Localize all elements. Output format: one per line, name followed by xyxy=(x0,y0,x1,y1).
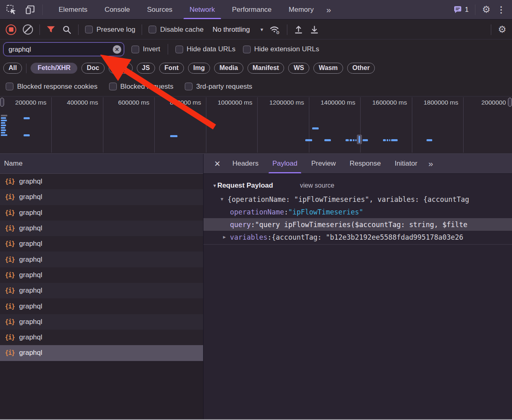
details-tab-preview[interactable]: Preview xyxy=(304,154,343,173)
filter-chip-manifest[interactable]: Manifest xyxy=(247,63,284,74)
timeline-request-bar xyxy=(363,139,368,141)
filter-chip-img[interactable]: Img xyxy=(188,63,210,74)
timeline-request-bar xyxy=(305,139,312,141)
blocked-requests-checkbox[interactable]: Blocked requests xyxy=(109,83,173,91)
preserve-log-checkbox[interactable]: Preserve log xyxy=(85,26,135,34)
issues-indicator[interactable]: 1 xyxy=(453,6,468,14)
timeline-gridline xyxy=(412,97,412,153)
triangle-right-icon[interactable]: ▶ xyxy=(223,234,226,240)
filter-chip-css[interactable]: CSS xyxy=(109,63,133,74)
network-overview-timeline[interactable]: 200000 ms400000 ms600000 ms800000 ms1000… xyxy=(0,96,512,154)
timeline-left-grip[interactable] xyxy=(0,98,4,107)
timeline-request-bar xyxy=(387,139,388,141)
details-tab-payload[interactable]: Payload xyxy=(265,154,304,173)
tab-network[interactable]: Network xyxy=(181,0,223,19)
import-har-icon[interactable] xyxy=(294,25,303,34)
more-panels-icon[interactable]: » xyxy=(322,0,335,19)
name-column-header[interactable]: Name xyxy=(0,154,203,174)
details-tab-bar: ✕ HeadersPayloadPreviewResponseInitiator… xyxy=(203,154,512,174)
timeline-tick-label: 1400000 ms xyxy=(321,99,355,106)
checkbox-label: 3rd-party requests xyxy=(196,83,252,91)
checkbox-label: Blocked requests xyxy=(120,83,173,91)
timeline-gridline xyxy=(103,97,103,153)
request-name: graphql xyxy=(19,271,42,279)
issues-count: 1 xyxy=(465,6,468,13)
device-toolbar-icon[interactable] xyxy=(24,3,37,16)
details-tab-initiator[interactable]: Initiator xyxy=(388,154,424,173)
json-request-icon: {i} xyxy=(5,318,15,326)
filter-chip-ws[interactable]: WS xyxy=(288,63,309,74)
hide-data-urls-checkbox[interactable]: Hide data URLs xyxy=(175,45,236,53)
request-row[interactable]: {i}graphql xyxy=(0,205,203,221)
filter-chip-all[interactable]: All xyxy=(3,63,22,74)
filter-input[interactable]: graphql ✕ xyxy=(3,42,124,56)
filter-toggle-icon[interactable] xyxy=(46,26,55,34)
triangle-down-icon[interactable]: ▼ xyxy=(221,197,223,202)
tab-sources[interactable]: Sources xyxy=(138,0,181,19)
disable-cache-checkbox[interactable]: Disable cache xyxy=(149,26,203,34)
payload-text-segment: variables xyxy=(230,233,267,241)
request-row[interactable]: {i}graphql xyxy=(0,174,203,189)
more-details-tabs-icon[interactable]: » xyxy=(424,154,436,173)
tab-console[interactable]: Console xyxy=(96,0,138,19)
request-row[interactable]: {i}graphql xyxy=(0,345,203,361)
timeline-request-bar xyxy=(427,139,432,141)
details-tab-response[interactable]: Response xyxy=(343,154,388,173)
tab-performance[interactable]: Performance xyxy=(223,0,280,19)
search-icon[interactable] xyxy=(62,25,72,35)
resource-type-filters: AllFetch/XHRDocCSSJSFontImgMediaManifest… xyxy=(0,59,512,77)
json-request-icon: {i} xyxy=(5,287,15,294)
request-row[interactable]: {i}graphql xyxy=(0,221,203,236)
request-name: graphql xyxy=(19,349,42,357)
network-settings-gear-icon[interactable]: ⚙ xyxy=(498,25,506,34)
request-row[interactable]: {i}graphql xyxy=(0,330,203,345)
request-row[interactable]: {i}graphql xyxy=(0,267,203,283)
payload-pane: ▼ Request Payload view source ▼{operatio… xyxy=(203,174,512,420)
throttling-select[interactable]: No throttling ▾ xyxy=(212,26,263,34)
request-row[interactable]: {i}graphql xyxy=(0,252,203,267)
filter-chip-font[interactable]: Font xyxy=(159,63,184,74)
settings-gear-icon[interactable]: ⚙ xyxy=(482,5,490,14)
network-conditions-icon[interactable]: ⚙ xyxy=(269,25,280,35)
filter-chip-media[interactable]: Media xyxy=(214,63,243,74)
record-network-log-button[interactable] xyxy=(6,24,16,35)
timeline-request-bar xyxy=(383,139,386,141)
request-payload-section-title[interactable]: ▼ Request Payload xyxy=(212,182,273,190)
close-details-icon[interactable]: ✕ xyxy=(209,154,225,173)
request-name: graphql xyxy=(19,177,42,186)
filter-chip-js[interactable]: JS xyxy=(137,63,155,74)
timeline-selected-request-bar xyxy=(359,136,360,143)
tab-memory[interactable]: Memory xyxy=(280,0,322,19)
customize-menu-icon[interactable]: ⋮ xyxy=(497,5,505,15)
tab-elements[interactable]: Elements xyxy=(50,0,96,19)
payload-tree-row[interactable]: ▶variables: {accountTag: "b12e3b2192ee55… xyxy=(203,231,512,243)
export-har-icon[interactable] xyxy=(310,25,319,34)
timeline-request-bar xyxy=(24,134,30,136)
checkbox-box xyxy=(85,26,93,33)
invert-checkbox[interactable]: Invert xyxy=(131,45,160,53)
inspect-element-icon[interactable] xyxy=(5,3,18,16)
clear-network-log-button[interactable] xyxy=(23,24,33,35)
filter-chip-fetch-xhr[interactable]: Fetch/XHR xyxy=(31,63,77,74)
timeline-right-grip[interactable] xyxy=(508,98,512,107)
payload-text-segment: : xyxy=(251,221,255,229)
view-source-link[interactable]: view source xyxy=(300,182,334,189)
filter-chip-doc[interactable]: Doc xyxy=(81,63,104,74)
request-row[interactable]: {i}graphql xyxy=(0,189,203,205)
request-row[interactable]: {i}graphql xyxy=(0,298,203,314)
request-row[interactable]: {i}graphql xyxy=(0,283,203,298)
request-row[interactable]: {i}graphql xyxy=(0,314,203,330)
filter-chip-other[interactable]: Other xyxy=(347,63,375,74)
details-tab-headers[interactable]: Headers xyxy=(225,154,265,173)
request-row[interactable]: {i}graphql xyxy=(0,236,203,252)
hide-extension-urls-checkbox[interactable]: Hide extension URLs xyxy=(243,45,319,53)
filter-chip-wasm[interactable]: Wasm xyxy=(313,63,343,74)
payload-tree-row[interactable]: ▼{operationName: "ipFlowTimeseries", var… xyxy=(203,193,512,206)
payload-tree-row[interactable]: query: "query ipFlowTimeseries($accountT… xyxy=(203,218,512,231)
payload-tree-row[interactable]: operationName: "ipFlowTimeseries" xyxy=(203,206,512,218)
blocked-response-cookies-checkbox[interactable]: Blocked response cookies xyxy=(6,83,98,91)
devtools-main-toolbar: ElementsConsoleSourcesNetworkPerformance… xyxy=(0,0,512,20)
timeline-tick-label: 600000 ms xyxy=(118,99,149,106)
clear-filter-icon[interactable]: ✕ xyxy=(113,45,121,54)
3rd-party-requests-checkbox[interactable]: 3rd-party requests xyxy=(185,83,252,91)
